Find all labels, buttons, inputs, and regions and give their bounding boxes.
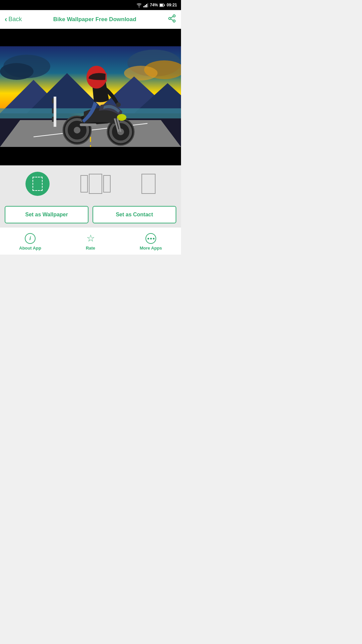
single-portrait-option[interactable] (141, 174, 156, 194)
svg-point-7 (173, 15, 175, 17)
svg-rect-1 (145, 5, 146, 7)
set-wallpaper-button[interactable]: Set as Wallpaper (5, 206, 88, 223)
top-bar: ‹ Back Bike Wallpaper Free Download (0, 10, 181, 29)
svg-rect-2 (146, 4, 147, 7)
svg-point-15 (0, 63, 34, 80)
svg-line-10 (171, 19, 173, 20)
svg-point-33 (74, 127, 80, 133)
wallpaper-image (0, 46, 181, 147)
svg-rect-3 (147, 3, 148, 7)
svg-point-41 (116, 102, 121, 107)
info-circle-icon: i (25, 233, 36, 244)
svg-rect-6 (160, 4, 163, 6)
svg-rect-29 (52, 108, 54, 113)
landscape-icon (80, 174, 111, 194)
time-text: 09:21 (167, 3, 177, 7)
share-button[interactable] (168, 14, 176, 25)
svg-line-11 (171, 16, 173, 18)
svg-rect-27 (54, 97, 56, 127)
about-label: About App (19, 246, 41, 251)
back-label: Back (8, 16, 22, 23)
about-icon: i (24, 233, 36, 244)
nav-item-more[interactable]: More Apps (121, 229, 181, 251)
back-chevron-icon: ‹ (5, 16, 7, 23)
view-options-bar (0, 165, 181, 202)
svg-point-9 (173, 20, 175, 22)
set-contact-button[interactable]: Set as Contact (93, 206, 176, 223)
svg-rect-38 (80, 123, 97, 126)
svg-rect-0 (143, 6, 144, 7)
svg-rect-30 (52, 117, 54, 122)
land-side-left (80, 175, 88, 193)
black-bar-bottom (0, 147, 181, 165)
svg-point-18 (124, 66, 158, 80)
land-side-right (103, 175, 111, 193)
dot2 (150, 238, 152, 239)
scene-svg (0, 46, 181, 147)
more-icon (145, 233, 157, 244)
portrait-icon (25, 172, 50, 196)
nav-item-rate[interactable]: ☆ Rate (60, 229, 121, 251)
single-portrait-icon (141, 174, 156, 194)
land-center (89, 174, 102, 194)
rate-icon: ☆ (85, 233, 96, 244)
star-icon: ☆ (86, 234, 95, 243)
battery-text: 74% (150, 3, 158, 7)
black-bar-top (0, 29, 181, 46)
portrait-view-option[interactable] (25, 172, 50, 196)
battery-icon (160, 3, 165, 7)
action-buttons-bar: Set as Wallpaper Set as Contact (0, 202, 181, 227)
page-title: Bike Wallpaper Free Download (24, 16, 165, 23)
portrait-rect (33, 177, 43, 191)
landscape-view-option[interactable] (80, 174, 111, 194)
dot1 (147, 238, 149, 239)
nav-item-about[interactable]: i About App (0, 229, 60, 251)
status-bar: 74% 09:21 (0, 0, 181, 10)
signal-icon (143, 3, 148, 7)
wifi-icon (136, 3, 142, 7)
svg-rect-28 (52, 98, 54, 103)
svg-rect-5 (164, 4, 165, 6)
more-circle-icon (145, 233, 156, 244)
bottom-nav: i About App ☆ Rate More Apps (0, 227, 181, 255)
more-label: More Apps (140, 246, 162, 251)
status-icons: 74% 09:21 (136, 3, 177, 7)
rate-label: Rate (86, 246, 95, 251)
dot3 (153, 238, 155, 239)
back-button[interactable]: ‹ Back (5, 16, 22, 23)
svg-point-8 (169, 17, 171, 19)
share-icon (168, 14, 176, 23)
